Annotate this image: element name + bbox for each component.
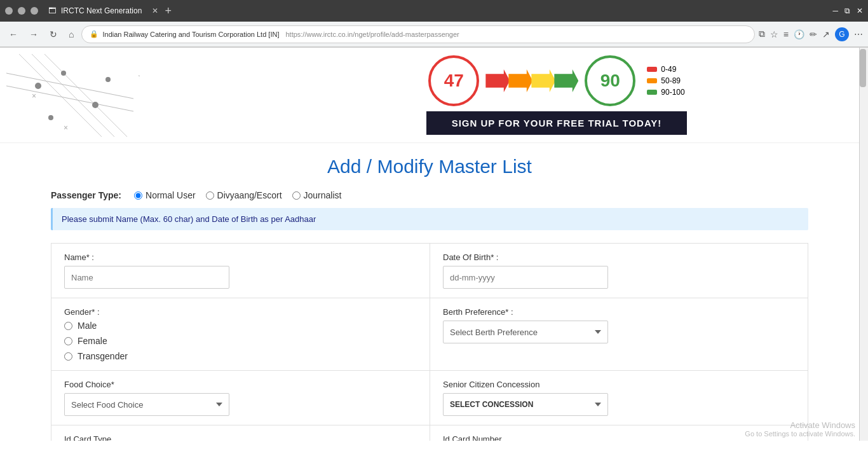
concession-field-row: Senior Citizen Concession SELECT CONCESS… <box>430 371 808 425</box>
id-card-label: Id Card Type <box>64 434 417 441</box>
passenger-type-label: Passenger Type: <box>51 190 121 200</box>
concession-select-wrapper: SELECT CONCESSION No Concession Senior C… <box>443 393 608 416</box>
food-select-wrapper: Select Food Choice Vegetarian Non-Vegeta… <box>64 393 229 416</box>
home-button[interactable]: ⌂ <box>65 28 78 41</box>
gender-field-row: Gender* : Male Female <box>51 298 430 370</box>
radio-journalist-label: Journalist <box>304 190 342 200</box>
scrollbar-track[interactable] <box>859 48 868 441</box>
score-90: 90 <box>585 55 635 106</box>
activate-watermark: Activate Windows Go to Settings to activ… <box>745 420 855 438</box>
radio-transgender[interactable]: Transgender <box>64 351 417 361</box>
svg-point-10 <box>105 77 111 82</box>
food-label: Food Choice* <box>64 380 417 389</box>
arrow-green <box>554 69 578 92</box>
close-tab-icon[interactable]: ✕ <box>152 6 158 15</box>
forward-button[interactable]: → <box>25 28 42 41</box>
favorites-icon[interactable]: ☆ <box>770 29 778 39</box>
svg-point-8 <box>92 102 98 108</box>
secure-label: Indian Railway Catering and Tourism Corp… <box>102 31 279 38</box>
notes-icon[interactable]: ✏ <box>810 29 817 39</box>
id-number-label: Id Card Number <box>443 434 795 441</box>
radio-female-input[interactable] <box>64 337 72 345</box>
svg-point-7 <box>61 71 66 76</box>
arrow-orange <box>508 69 532 92</box>
collections-icon[interactable]: ≡ <box>783 29 789 39</box>
tab-manager-icon[interactable]: ⧉ <box>759 29 765 39</box>
radio-male[interactable]: Male <box>64 321 417 331</box>
browser-tab-title: IRCTC Next Generation <box>61 6 142 15</box>
railway-graphic: × × × <box>0 48 140 143</box>
radio-male-input[interactable] <box>64 322 72 330</box>
svg-text:×: × <box>32 92 36 100</box>
history-icon[interactable]: 🕐 <box>794 29 804 39</box>
svg-text:×: × <box>64 123 68 132</box>
page-icon: 🗔 <box>48 6 56 15</box>
radio-female[interactable]: Female <box>64 336 417 346</box>
minimize-button[interactable] <box>5 7 13 15</box>
radio-normal-user[interactable]: Normal User <box>134 190 196 200</box>
maximize-button[interactable] <box>18 7 25 15</box>
radio-divyaang-input[interactable] <box>206 191 214 200</box>
berth-select-wrapper: Select Berth Preference Lower Middle Upp… <box>443 321 608 343</box>
score-47: 47 <box>428 55 479 106</box>
radio-normal-input[interactable] <box>134 191 142 200</box>
radio-divyaang[interactable]: Divyaang/Escort <box>206 190 282 200</box>
dob-input[interactable] <box>443 266 608 289</box>
gender-transgender-label: Transgender <box>78 351 128 361</box>
radio-divyaang-label: Divyaang/Escort <box>217 190 282 200</box>
page-content: × × × 47 <box>0 48 859 441</box>
arrow-red <box>485 69 510 92</box>
radio-journalist-input[interactable] <box>292 191 301 200</box>
signup-banner[interactable]: SIGN UP FOR YOUR FREE TRIAL TODAY! <box>426 111 688 135</box>
address-bar[interactable]: 🔒 Indian Railway Catering and Tourism Co… <box>81 25 754 43</box>
share-icon[interactable]: ↗ <box>822 29 830 39</box>
score-legend: 0-49 50-89 90-100 <box>647 65 684 97</box>
passenger-type-row: Passenger Type: Normal User Divyaang/Esc… <box>51 190 808 200</box>
concession-label: Senior Citizen Concession <box>443 380 795 389</box>
radio-normal-label: Normal User <box>146 190 196 200</box>
minimize-win-icon[interactable]: ─ <box>832 6 838 15</box>
menu-icon[interactable]: ⋯ <box>854 29 863 39</box>
gender-label: Gender* : <box>64 307 417 317</box>
dob-field-row: Date Of Birth* : <box>430 244 808 298</box>
new-tab-button[interactable]: + <box>165 4 172 18</box>
page-title: Add / Modify Master List <box>51 156 808 177</box>
berth-label: Berth Preference* : <box>443 307 795 317</box>
info-banner: Please submit Name (Max. 60 char) and Da… <box>51 208 808 230</box>
name-field-row: Name* : <box>51 244 430 298</box>
back-button[interactable]: ← <box>5 28 22 41</box>
arrow-yellow <box>531 69 555 92</box>
banner-content: 47 90 <box>426 55 688 135</box>
berth-select[interactable]: Select Berth Preference Lower Middle Upp… <box>443 321 608 343</box>
food-field-row: Food Choice* Select Food Choice Vegetari… <box>51 371 430 425</box>
name-input[interactable] <box>64 266 229 289</box>
close-button[interactable] <box>31 7 38 15</box>
food-select[interactable]: Select Food Choice Vegetarian Non-Vegeta… <box>64 393 229 416</box>
url-display: https://www.irctc.co.in/nget/profile/add… <box>285 31 459 38</box>
svg-point-6 <box>35 83 41 89</box>
dob-label: Date Of Birth* : <box>443 252 795 262</box>
restore-win-icon[interactable]: ⧉ <box>844 6 850 15</box>
concession-select[interactable]: SELECT CONCESSION No Concession Senior C… <box>443 393 608 416</box>
name-label: Name* : <box>64 252 417 262</box>
berth-field-row: Berth Preference* : Select Berth Prefere… <box>430 298 808 370</box>
profile-icon[interactable]: G <box>835 27 849 41</box>
radio-transgender-input[interactable] <box>64 352 72 361</box>
scrollbar-thumb[interactable] <box>860 49 866 87</box>
radio-journalist[interactable]: Journalist <box>292 190 342 200</box>
refresh-button[interactable]: ↻ <box>46 28 61 41</box>
id-card-type-row: Id Card Type Select ID Card Type Aadhaar… <box>51 425 430 441</box>
ssl-lock-icon: 🔒 <box>90 30 98 38</box>
close-win-icon[interactable]: ✕ <box>857 6 863 15</box>
gender-female-label: Female <box>78 336 107 346</box>
svg-point-9 <box>48 115 53 120</box>
gender-male-label: Male <box>78 321 97 331</box>
